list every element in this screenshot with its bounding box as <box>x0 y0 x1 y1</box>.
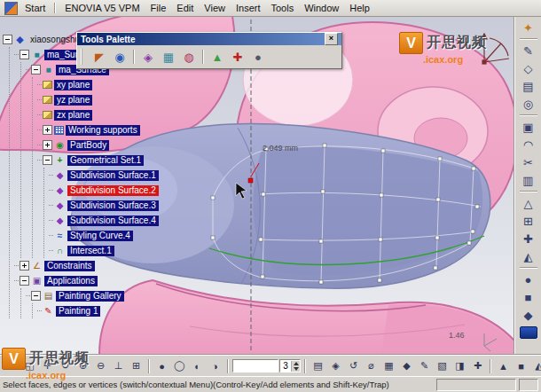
expander-plus-icon[interactable] <box>20 261 29 270</box>
clash-icon[interactable]: ◆ <box>398 358 415 374</box>
tree-label[interactable]: Constraints <box>44 261 95 271</box>
tree-row-subdivision-1[interactable]: ◆ Subdivision Surface.1 <box>49 168 161 183</box>
paint-icon[interactable]: ▲ <box>495 358 512 374</box>
cube-icon[interactable]: ■ <box>519 288 538 306</box>
tree-label[interactable]: Painting Gallery <box>56 291 124 302</box>
tree-row-subdivision-2[interactable]: ◆ Subdivision Surface.2 <box>49 183 161 198</box>
tools-palette-titlebar[interactable]: Tools Palette × <box>77 33 341 45</box>
multi-view-icon[interactable]: ⊞ <box>128 358 145 374</box>
palette-point-icon[interactable]: ● <box>249 48 267 66</box>
fillet-icon[interactable]: ◠ <box>519 136 538 153</box>
surface-tool-icon[interactable]: ▤ <box>519 77 538 95</box>
options-icon[interactable]: ✚ <box>469 358 486 374</box>
tree-label[interactable]: Subdivision Surface.1 <box>67 170 159 181</box>
status-field[interactable] <box>436 379 516 391</box>
add-tool-icon[interactable]: ✚ <box>519 230 538 247</box>
annotate-icon[interactable]: ✎ <box>416 358 433 374</box>
tree-row-applications[interactable]: ▣ Applications <box>14 273 161 288</box>
menu-edit[interactable]: Edit <box>171 2 199 14</box>
update-icon[interactable]: ↺ <box>345 358 362 374</box>
expander-plus-icon[interactable] <box>43 140 52 150</box>
mesh-icon[interactable]: ▥ <box>519 171 538 189</box>
swap-space-icon[interactable]: ◑ <box>207 358 223 374</box>
tree-row-geometrical-set[interactable]: + Geometrical Set.1 <box>37 153 161 168</box>
menu-view[interactable]: View <box>199 2 231 14</box>
zoom-out-icon[interactable]: ⊖ <box>92 358 109 374</box>
workbench-icon[interactable]: ✦ <box>519 19 538 36</box>
tree-label[interactable]: Geometrical Set.1 <box>67 155 144 166</box>
tree-row-yz-plane[interactable]: yz plane <box>37 92 161 107</box>
menu-insert[interactable]: Insert <box>231 2 266 14</box>
grid-tool-icon[interactable]: ⊞ <box>519 212 538 230</box>
tree-label[interactable]: Subdivision Surface.4 <box>67 216 159 226</box>
expander-minus-icon[interactable] <box>3 35 12 44</box>
tree-label[interactable]: Intersect.1 <box>67 246 114 256</box>
tree-row-xy-plane[interactable]: xy plane <box>37 77 161 92</box>
wireframe-icon[interactable]: ◯ <box>171 358 188 374</box>
tree-label[interactable]: Subdivision Surface.3 <box>67 200 159 211</box>
tree-label[interactable]: yz plane <box>54 95 92 106</box>
tree-row-intersect[interactable]: ∩ Intersect.1 <box>49 243 161 258</box>
tree-label[interactable]: xy plane <box>54 80 92 90</box>
plane-tool-icon[interactable]: ◇ <box>519 59 538 77</box>
tree-row-constraints[interactable]: ∠ Constraints <box>14 258 161 273</box>
palette-add-icon[interactable]: ✚ <box>229 48 247 66</box>
menu-enovia[interactable]: ENOVIA V5 VPM <box>59 2 145 14</box>
tree-label[interactable]: Painting 1 <box>56 306 100 317</box>
expander-minus-icon[interactable] <box>31 291 41 301</box>
palette-select-icon[interactable]: ◤ <box>90 48 108 66</box>
value-field[interactable] <box>232 359 278 372</box>
palette-snap-icon[interactable]: ◈ <box>139 48 157 66</box>
tree-graph-icon[interactable]: ▤ <box>310 358 326 374</box>
palette-support-icon[interactable]: ◉ <box>111 48 129 66</box>
drag-handle[interactable] <box>81 49 85 65</box>
tree-row-zx-plane[interactable]: zx plane <box>37 107 161 122</box>
sphere-icon[interactable]: ● <box>519 270 538 288</box>
expander-minus-icon[interactable] <box>20 50 29 59</box>
close-icon[interactable]: × <box>325 33 338 45</box>
diamond-icon[interactable]: ◆ <box>519 306 538 324</box>
tree-label[interactable]: Applications <box>44 276 98 286</box>
tree-row-partbody[interactable]: ◉ PartBody <box>37 137 161 153</box>
hide-show-icon[interactable]: ◐ <box>189 358 206 374</box>
expander-plus-icon[interactable] <box>43 125 52 135</box>
tree-row-styling-curve[interactable]: ≈ Styling Curve.4 <box>49 228 161 243</box>
palette-grid-icon[interactable]: ▦ <box>160 48 177 66</box>
count-spinner[interactable]: 3 <box>279 359 301 372</box>
tree-row-painting-gallery[interactable]: ▤ Painting Gallery <box>26 288 161 303</box>
revolve-icon[interactable]: ◎ <box>519 95 538 113</box>
tree-label-selected[interactable]: Subdivision Surface.2 <box>67 185 159 196</box>
pyramid-icon[interactable]: △ <box>519 194 538 212</box>
normal-view-icon[interactable]: ⊥ <box>110 358 127 374</box>
menu-file[interactable]: File <box>145 2 172 14</box>
shading-icon[interactable]: ● <box>153 358 170 374</box>
cone-icon[interactable]: ◭ <box>519 247 538 265</box>
tree-label[interactable]: xiaosongshu <box>27 35 82 45</box>
expander-minus-icon[interactable] <box>20 276 29 286</box>
tools-palette[interactable]: Tools Palette × ◤ ◉ ◈ ▦ ◍ ▲ ✚ ● <box>76 32 342 69</box>
measure-icon[interactable]: ⌀ <box>363 358 380 374</box>
tree-label[interactable]: zx plane <box>54 110 92 121</box>
tree-row-painting-1[interactable]: ✎ Painting 1 <box>37 303 161 318</box>
tree-label[interactable]: PartBody <box>67 140 109 151</box>
menu-tools[interactable]: Tools <box>265 2 299 14</box>
section-icon[interactable]: ▦ <box>380 358 397 374</box>
tree-label[interactable]: Styling Curve.4 <box>67 231 133 241</box>
capture-icon[interactable]: ◨ <box>451 358 468 374</box>
palette-circle-icon[interactable]: ◍ <box>180 48 198 66</box>
expander-minus-icon[interactable] <box>43 155 52 165</box>
layers-icon[interactable]: ▧ <box>434 358 451 374</box>
tree-row-working-supports[interactable]: Working supports <box>37 122 161 137</box>
tree-label[interactable]: Working supports <box>66 125 140 136</box>
palette-cone-icon[interactable]: ▲ <box>208 48 226 66</box>
box-icon[interactable]: ▣ <box>519 118 538 136</box>
macro-icon[interactable]: ■ <box>513 358 529 374</box>
menu-start[interactable]: Start <box>20 2 51 14</box>
sketch-icon[interactable]: ✎ <box>519 42 538 59</box>
status-icon-box[interactable] <box>519 379 538 391</box>
help-tool-icon[interactable]: ◭ <box>530 358 541 374</box>
spinner-down-icon[interactable] <box>292 366 300 372</box>
cut-icon[interactable]: ✂ <box>519 153 538 171</box>
tree-row-subdivision-4[interactable]: ◆ Subdivision Surface.4 <box>49 213 161 228</box>
tree-row-subdivision-3[interactable]: ◆ Subdivision Surface.3 <box>49 198 161 213</box>
